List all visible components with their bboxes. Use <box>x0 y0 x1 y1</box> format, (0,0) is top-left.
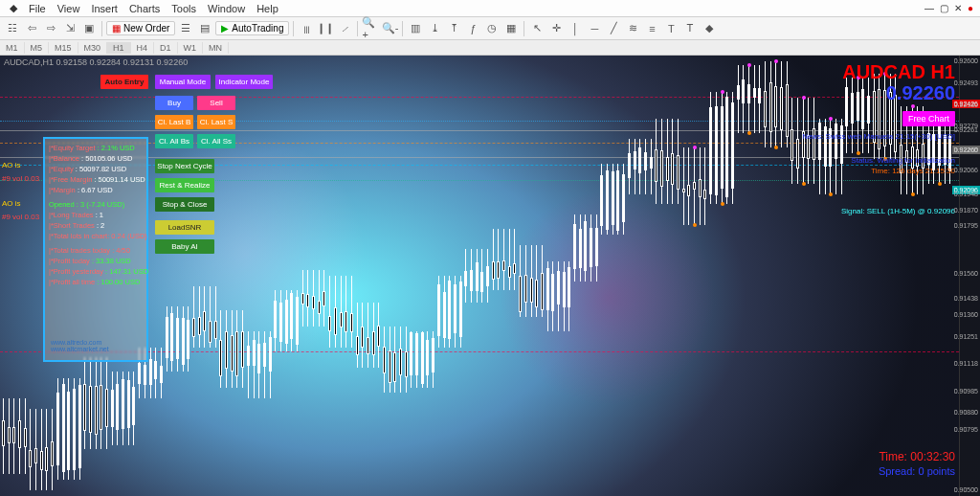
y-tick: 0.92386 <box>954 101 978 108</box>
y-tick: 0.91795 <box>954 222 978 229</box>
load-snr-button[interactable]: LoadSNR <box>155 220 214 235</box>
buy-button[interactable]: Buy <box>155 96 193 110</box>
y-tick: 0.91438 <box>954 295 978 302</box>
tool-arrow-left-icon[interactable]: ⇦ <box>23 20 40 37</box>
tab-d1[interactable]: D1 <box>154 42 178 54</box>
stop-close-button[interactable]: Stop & Close <box>155 197 214 212</box>
tool-chartlist-icon[interactable]: ☰ <box>177 20 194 37</box>
tool-arrow-right-icon[interactable]: ⇨ <box>42 20 59 37</box>
new-order-button[interactable]: ▦New Order <box>106 21 175 35</box>
stop-next-cycle-button[interactable]: Stop Next Cycle <box>155 159 214 173</box>
tool-line-chart-icon[interactable]: ⟋ <box>336 20 353 37</box>
tool-shapes-icon[interactable]: ◆ <box>701 20 718 37</box>
y-tick: 0.90500 <box>954 486 978 493</box>
main-toolbar: ☷ ⇦ ⇨ ⇲ ▣ ▦New Order ☰ ▤ ▶AutoTrading ⫼ … <box>0 17 980 40</box>
tool-window-tile-icon[interactable]: ▥ <box>407 20 424 37</box>
tool-zoom-out-icon[interactable]: 🔍- <box>381 20 398 37</box>
tool-scroll-icon[interactable]: ⇲ <box>61 20 78 37</box>
tool-label-icon[interactable]: Ꭲ <box>681 20 699 37</box>
y-tick: 0.90880 <box>954 409 978 416</box>
tab-mn[interactable]: MN <box>203 42 229 54</box>
close-last-buy-button[interactable]: Cl. Last B <box>155 115 193 129</box>
signal-dot <box>938 182 942 186</box>
signal-dot <box>802 182 806 186</box>
tool-zoom-reset-icon[interactable]: ▣ <box>80 20 98 37</box>
last-price: 0.92260 <box>886 82 955 104</box>
menu-view[interactable]: View <box>52 1 86 16</box>
countdown-annotation: Time: 126 days 21:15:30 <box>764 167 955 175</box>
y-tick: 0.91560 <box>954 270 978 277</box>
tool-shift-icon[interactable]: ⤒ <box>445 20 462 37</box>
y-tick: 0.92600 <box>954 57 978 64</box>
sell-button[interactable]: Sell <box>197 96 235 110</box>
tool-hline-icon[interactable]: ─ <box>586 20 603 37</box>
ea-info-panel: |*Equity Target : 2.1% USD |*Balance : 5… <box>43 137 148 362</box>
auto-entry-button[interactable]: Auto Entry <box>100 75 148 89</box>
signal-dot <box>721 90 724 94</box>
side-label-4: #9 vol 0.03 <box>2 213 39 221</box>
tool-candle-icon[interactable]: ❙❙ <box>317 20 334 37</box>
signal-dot <box>911 192 915 196</box>
signal-dot <box>857 151 860 155</box>
tool-vline-icon[interactable]: │ <box>567 20 584 37</box>
signal-dot <box>829 117 833 121</box>
signal-dot <box>693 223 697 227</box>
indicator-mode-button[interactable]: Indicator Mode <box>215 75 273 89</box>
menu-bar: ◆ File View Insert Charts Tools Window H… <box>0 0 980 17</box>
y-tick: 0.91948 <box>954 191 978 197</box>
signal-dot <box>693 146 697 149</box>
autotrading-button[interactable]: ▶AutoTrading <box>215 21 289 35</box>
y-tick: 0.90985 <box>954 388 978 395</box>
rest-realize-button[interactable]: Rest & Realize <box>155 178 214 192</box>
maximize-icon[interactable]: ▢ <box>937 3 951 13</box>
tool-crosshair-icon[interactable]: ✛ <box>547 20 565 37</box>
tool-cursor-icon[interactable]: ↖ <box>528 20 546 37</box>
close-icon[interactable]: ✕ <box>951 3 965 13</box>
menu-file[interactable]: File <box>23 1 52 16</box>
tab-m15[interactable]: M15 <box>49 42 78 54</box>
tab-m5[interactable]: M5 <box>25 42 50 54</box>
close-all-buys-button[interactable]: Cl. All Bs <box>155 134 193 148</box>
tool-autoscroll-icon[interactable]: ⤓ <box>426 20 443 37</box>
tool-bar-chart-icon[interactable]: ⫼ <box>298 20 315 37</box>
menu-charts[interactable]: Charts <box>123 1 166 16</box>
close-all-sells-button[interactable]: Cl. All Ss <box>197 134 235 148</box>
tab-w1[interactable]: W1 <box>178 42 204 54</box>
tool-fibo-icon[interactable]: ≡ <box>643 20 660 37</box>
tool-mapview-icon[interactable]: ☷ <box>4 20 21 37</box>
timeframe-tabs: M1 M5 M15 M30 H1 H4 D1 W1 MN <box>0 40 980 56</box>
tab-m30[interactable]: M30 <box>78 42 108 54</box>
menu-insert[interactable]: Insert <box>85 1 123 16</box>
tool-channel-icon[interactable]: ≋ <box>624 20 641 37</box>
chart-canvas[interactable]: AUDCAD,H1 0.92158 0.92284 0.92131 0.9226… <box>0 56 980 496</box>
minimize-icon[interactable]: — <box>922 3 937 13</box>
tool-indicator-icon[interactable]: ƒ <box>464 20 481 37</box>
tool-marketwatch-icon[interactable]: ▤ <box>196 20 213 37</box>
price-axis: 0.92426 0.92260 0.92096 0.926000.924930.… <box>959 56 980 496</box>
manual-mode-button[interactable]: Manual Mode <box>155 75 211 89</box>
tool-text-icon[interactable]: T <box>662 20 679 37</box>
tool-template-icon[interactable]: ▦ <box>502 20 520 37</box>
tool-period-icon[interactable]: ◷ <box>483 20 501 37</box>
spread-label: Spread: 0 points <box>879 465 955 477</box>
tab-h1[interactable]: H1 <box>107 42 131 54</box>
close-last-sell-button[interactable]: Cl. Last S <box>197 115 235 129</box>
menu-help[interactable]: Help <box>251 1 284 16</box>
side-label-1: AO is <box>2 161 21 169</box>
tab-m1[interactable]: M1 <box>0 42 25 54</box>
signal-dot <box>829 192 833 196</box>
tool-zoom-in-icon[interactable]: 🔍+ <box>362 20 379 37</box>
tab-h4[interactable]: H4 <box>131 42 155 54</box>
y-tick: 0.92493 <box>954 79 978 86</box>
news-annotation: News: Swiss web Manuela 21:15(+30) [USD] <box>745 132 955 141</box>
side-label-2: #9 vol 0.03 <box>2 174 39 183</box>
signal-dot <box>911 104 915 108</box>
tool-trendline-icon[interactable]: ╱ <box>605 20 622 37</box>
baby-ai-button[interactable]: Baby AI <box>155 239 214 254</box>
side-label-3: AO is <box>2 199 21 208</box>
menu-window[interactable]: Window <box>202 1 251 16</box>
free-chart-button[interactable]: Free Chart <box>902 111 955 126</box>
symbol-header: AUDCAD H1 <box>842 61 955 83</box>
y-tick: 0.91118 <box>954 360 978 367</box>
menu-tools[interactable]: Tools <box>166 1 202 16</box>
